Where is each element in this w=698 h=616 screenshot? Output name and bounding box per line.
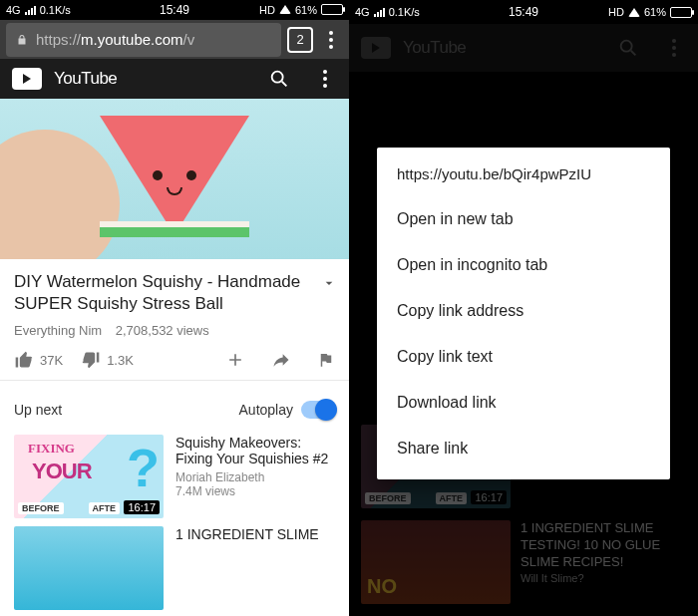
phone-right: 4G 0.1K/s 15:49 HD 61% YouTube	[349, 0, 698, 616]
channel-name[interactable]: Everything Nim	[14, 323, 102, 338]
illustration-watermelon	[100, 116, 249, 235]
flag-icon	[317, 351, 335, 369]
overlay-after: AFTE	[89, 502, 121, 514]
youtube-header: YouTube	[0, 59, 349, 99]
status-bar: 4G 0.1K/s 15:49 HD 61%	[0, 0, 349, 20]
bg-thumb-2: NO	[361, 520, 511, 604]
signal-icon	[25, 5, 36, 15]
overlay-question: ?	[127, 437, 160, 498]
autoplay-toggle[interactable]	[301, 401, 335, 419]
bg-after: AFTE	[436, 492, 468, 504]
youtube-brand: YouTube	[54, 69, 255, 89]
clock: 15:49	[160, 3, 189, 17]
url-path: /v	[183, 31, 195, 48]
overlay-before: BEFORE	[18, 502, 64, 514]
view-count: 2,708,532 views	[116, 323, 209, 338]
action-row: 37K 1.3K	[14, 350, 335, 380]
clock: 15:49	[509, 5, 538, 19]
bg-overlay-no: NO	[367, 575, 397, 598]
wifi-icon	[279, 5, 291, 14]
ctx-copy-link-text[interactable]: Copy link text	[377, 334, 670, 380]
youtube-menu-icon	[662, 39, 686, 57]
phone-left: 4G 0.1K/s 15:49 HD 61% https://m.youtube…	[0, 0, 349, 616]
network-label: 4G	[6, 4, 21, 16]
thumb-down-icon	[81, 350, 101, 370]
ctx-copy-link-address[interactable]: Copy link address	[377, 288, 670, 334]
speed-label: 0.1K/s	[389, 6, 420, 18]
search-icon	[616, 36, 640, 60]
suggestion-2[interactable]: 1 INGREDIENT SLIME	[0, 524, 349, 616]
upnext-label: Up next	[14, 402, 239, 418]
suggestion-1[interactable]: FIXING YOUR ? BEFORE AFTE 16:17 Squishy …	[0, 429, 349, 524]
divider	[0, 380, 349, 381]
overlay-your: YOUR	[32, 459, 92, 484]
suggestion-title: 1 INGREDIENT SLIME	[175, 526, 335, 542]
context-menu-url: https://youtu.be/bQir4pwPzIU	[377, 161, 670, 196]
browser-toolbar: https://m.youtube.com/v 2	[0, 20, 349, 60]
upnext-header: Up next Autoplay	[0, 387, 349, 429]
suggestion-views: 7.4M views	[175, 484, 335, 498]
tab-switcher[interactable]: 2	[287, 27, 313, 53]
youtube-menu-icon[interactable]	[313, 70, 337, 88]
battery-pct: 61%	[295, 4, 317, 16]
suggestion-channel: Moriah Elizabeth	[175, 470, 335, 484]
overlay-fixing: FIXING	[28, 441, 75, 457]
plus-icon	[225, 350, 245, 370]
ctx-open-new-tab[interactable]: Open in new tab	[377, 196, 670, 242]
like-button[interactable]: 37K	[14, 350, 63, 370]
ctx-open-incognito[interactable]: Open in incognito tab	[377, 242, 670, 288]
bg-sub: Will It Slime?	[521, 571, 686, 585]
youtube-logo-icon[interactable]	[12, 68, 42, 90]
network-label: 4G	[355, 6, 370, 18]
share-button[interactable]	[271, 350, 291, 370]
battery-icon	[321, 4, 343, 15]
bg-before: BEFORE	[365, 492, 411, 504]
thumb-up-icon	[14, 350, 34, 370]
svg-point-0	[272, 72, 283, 83]
add-button[interactable]	[225, 350, 245, 370]
report-button[interactable]	[317, 351, 335, 369]
browser-menu-icon[interactable]	[319, 31, 343, 49]
video-meta: DIY Watermelon Squishy - Handmade SUPER …	[0, 259, 349, 387]
bg-duration: 16:17	[471, 490, 507, 504]
like-count: 37K	[40, 353, 63, 368]
ctx-share-link[interactable]: Share link	[377, 426, 670, 471]
hd-label: HD	[259, 4, 275, 16]
search-icon[interactable]	[267, 67, 291, 91]
svg-point-2	[621, 41, 632, 52]
dislike-count: 1.3K	[107, 353, 134, 368]
suggestion-thumb	[14, 526, 164, 610]
status-bar: 4G 0.1K/s 15:49 HD 61%	[349, 0, 698, 24]
url-host: m.youtube.com	[81, 31, 183, 48]
youtube-header-dimmed: YouTube	[349, 24, 698, 72]
hd-label: HD	[608, 6, 624, 18]
battery-pct: 61%	[644, 6, 666, 18]
suggestion-thumb: FIXING YOUR ? BEFORE AFTE 16:17	[14, 435, 164, 518]
dislike-button[interactable]: 1.3K	[81, 350, 134, 370]
svg-line-1	[282, 82, 287, 87]
wifi-icon	[628, 8, 640, 17]
url-bar[interactable]: https://m.youtube.com/v	[6, 23, 281, 57]
context-menu: https://youtu.be/bQir4pwPzIU Open in new…	[377, 148, 670, 479]
suggestion-title: Squishy Makeovers: Fixing Your Squishies…	[175, 435, 335, 466]
speed-label: 0.1K/s	[40, 4, 71, 16]
share-icon	[271, 350, 291, 370]
svg-line-3	[631, 51, 636, 56]
ctx-download-link[interactable]: Download link	[377, 380, 670, 426]
signal-icon	[374, 7, 385, 17]
video-title: DIY Watermelon Squishy - Handmade SUPER …	[14, 271, 335, 315]
youtube-logo-icon	[361, 37, 391, 59]
url-prefix: https://	[36, 31, 81, 48]
autoplay-label: Autoplay	[239, 402, 293, 418]
video-player[interactable]	[0, 99, 349, 259]
youtube-brand: YouTube	[403, 38, 604, 58]
bg-title: 1 INGREDIENT SLIME TESTING! 10 NO GLUE S…	[521, 520, 686, 571]
lock-icon	[16, 34, 28, 46]
expand-icon[interactable]	[321, 275, 337, 291]
battery-icon	[670, 7, 692, 18]
duration-badge: 16:17	[124, 500, 160, 514]
